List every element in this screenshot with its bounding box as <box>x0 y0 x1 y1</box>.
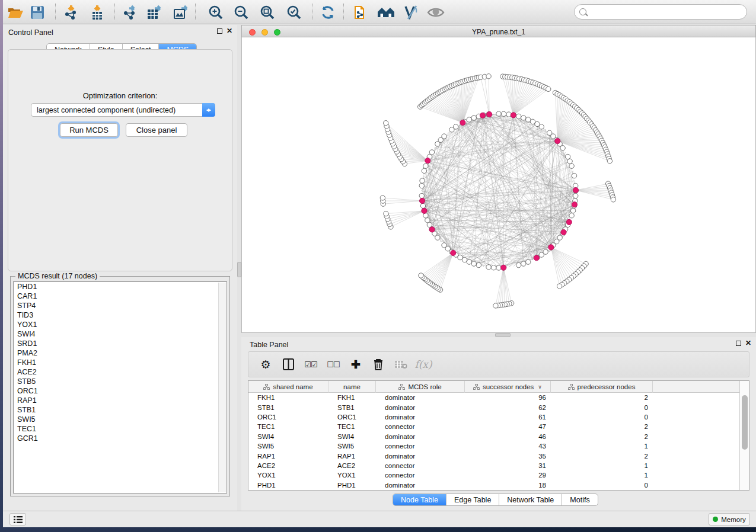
network-node[interactable] <box>442 243 446 248</box>
mcds-result-item[interactable]: PMA2 <box>14 348 227 358</box>
network-window-titlebar[interactable]: YPA_prune.txt_1 <box>241 25 756 37</box>
network-node[interactable] <box>565 154 570 159</box>
network-node[interactable] <box>526 259 531 264</box>
column-header-name[interactable]: name <box>328 381 376 393</box>
mcds-hub-node[interactable] <box>422 208 427 213</box>
divider-grip[interactable] <box>495 333 511 337</box>
delete-row-icon[interactable] <box>372 358 385 371</box>
clone-network-button[interactable] <box>351 3 370 22</box>
table-row[interactable]: TEC1TEC1connector472 <box>248 422 739 431</box>
network-node[interactable] <box>471 261 476 266</box>
home-pages-button[interactable] <box>377 3 395 22</box>
mcds-result-item[interactable]: TID3 <box>14 310 227 320</box>
mcds-result-item[interactable]: ORC1 <box>14 386 227 396</box>
mcds-result-item[interactable]: RAP1 <box>14 396 227 405</box>
network-node[interactable] <box>573 193 578 198</box>
network-node[interactable] <box>422 168 426 173</box>
float-panel-icon[interactable] <box>736 341 741 346</box>
mcds-hub-node[interactable] <box>572 202 577 207</box>
table-row[interactable]: YOX1YOX1connector291 <box>248 470 739 480</box>
zoom-fit-button[interactable] <box>258 3 277 22</box>
network-node[interactable] <box>420 203 425 208</box>
network-node[interactable] <box>427 222 432 227</box>
network-node[interactable] <box>570 208 575 213</box>
mcds-hub-node[interactable] <box>548 245 554 250</box>
network-node[interactable] <box>567 159 572 164</box>
table-row[interactable]: RAP1RAP1dominator352 <box>248 451 739 460</box>
show-hide-button[interactable] <box>426 3 445 22</box>
network-node[interactable] <box>462 257 467 262</box>
table-row[interactable]: PHD1PHD1dominator180 <box>248 480 739 490</box>
mcds-hub-node[interactable] <box>425 158 430 164</box>
network-node[interactable] <box>572 173 576 178</box>
table-row[interactable]: ACE2ACE2connector311 <box>248 461 739 470</box>
network-node[interactable] <box>384 211 388 216</box>
open-file-button[interactable] <box>6 3 25 22</box>
network-node[interactable] <box>530 119 535 124</box>
network-node[interactable] <box>467 117 471 122</box>
tab-node-table[interactable]: Node Table <box>393 494 446 505</box>
zoom-out-button[interactable] <box>232 3 251 22</box>
export-table-button[interactable] <box>145 3 164 22</box>
optimization-criterion-select[interactable]: largest connected component (undirected) <box>31 103 215 117</box>
tab-edge-table[interactable]: Edge Table <box>446 494 499 505</box>
table-row[interactable]: SWI4SWI4dominator462 <box>248 432 739 441</box>
network-node[interactable] <box>539 124 544 129</box>
mcds-result-item[interactable]: STP4 <box>14 301 227 310</box>
network-node[interactable] <box>454 124 458 129</box>
save-session-button[interactable] <box>28 3 47 22</box>
network-canvas[interactable] <box>241 37 756 333</box>
search-input[interactable] <box>586 8 747 16</box>
mcds-hub-node[interactable] <box>566 219 572 225</box>
network-node[interactable] <box>521 261 526 266</box>
horizontal-split-divider[interactable] <box>241 333 756 337</box>
network-node[interactable] <box>467 259 471 264</box>
network-node[interactable] <box>607 159 612 164</box>
refresh-layout-button[interactable] <box>318 3 337 22</box>
tab-motifs[interactable]: Motifs <box>562 494 597 505</box>
table-row[interactable]: FKH1FKH1dominator962 <box>248 393 739 402</box>
column-header-shared-name[interactable]: shared name <box>248 381 328 393</box>
show-columns-icon[interactable] <box>282 358 295 371</box>
mcds-result-item[interactable]: PHD1 <box>14 282 227 291</box>
network-node[interactable] <box>429 150 434 155</box>
mcds-hub-node[interactable] <box>460 120 465 125</box>
network-node[interactable] <box>425 218 430 223</box>
network-node[interactable] <box>476 262 481 267</box>
settings-icon[interactable]: ⚙ <box>259 358 272 371</box>
mcds-result-item[interactable]: YOX1 <box>14 320 227 329</box>
table-row[interactable]: ORC1ORC1dominator610 <box>248 412 739 422</box>
scrollbar-thumb[interactable] <box>742 395 748 450</box>
network-node[interactable] <box>486 74 491 79</box>
column-header-mcds-role[interactable]: MCDS role <box>376 381 465 393</box>
network-node[interactable] <box>419 193 424 198</box>
import-table-button[interactable] <box>88 3 107 22</box>
network-node[interactable] <box>557 284 562 289</box>
zoom-in-button[interactable] <box>206 3 225 22</box>
mcds-hub-node[interactable] <box>420 198 425 203</box>
task-history-button[interactable] <box>9 513 26 525</box>
network-node[interactable] <box>486 265 491 270</box>
network-node[interactable] <box>521 116 526 120</box>
mcds-result-item[interactable]: GCR1 <box>14 434 227 443</box>
close-panel-icon[interactable]: ✕ <box>745 340 751 346</box>
vertical-split-divider[interactable] <box>237 25 241 511</box>
mcds-result-item[interactable]: ACE2 <box>14 367 227 377</box>
mcds-hub-node[interactable] <box>429 227 435 232</box>
zoom-selected-button[interactable] <box>285 3 304 22</box>
network-node[interactable] <box>419 273 423 278</box>
table-row[interactable]: STB1STB1dominator620 <box>248 402 739 412</box>
network-node[interactable] <box>526 117 531 122</box>
mcds-result-item[interactable]: SWI4 <box>14 329 227 339</box>
mcds-result-item[interactable]: CAR1 <box>14 291 227 301</box>
mcds-hub-node[interactable] <box>573 187 578 193</box>
mcds-hub-node[interactable] <box>487 111 492 117</box>
divider-grip[interactable] <box>237 262 241 277</box>
table-row[interactable]: SWI5SWI5connector431 <box>248 441 739 451</box>
network-node[interactable] <box>496 111 501 116</box>
network-node[interactable] <box>419 183 424 188</box>
network-node[interactable] <box>496 265 501 270</box>
run-mcds-button[interactable]: Run MCDS <box>60 123 118 137</box>
mcds-result-item[interactable]: SWI5 <box>14 415 227 424</box>
column-header-successor-nodes[interactable]: successor nodes∨ <box>465 381 551 393</box>
